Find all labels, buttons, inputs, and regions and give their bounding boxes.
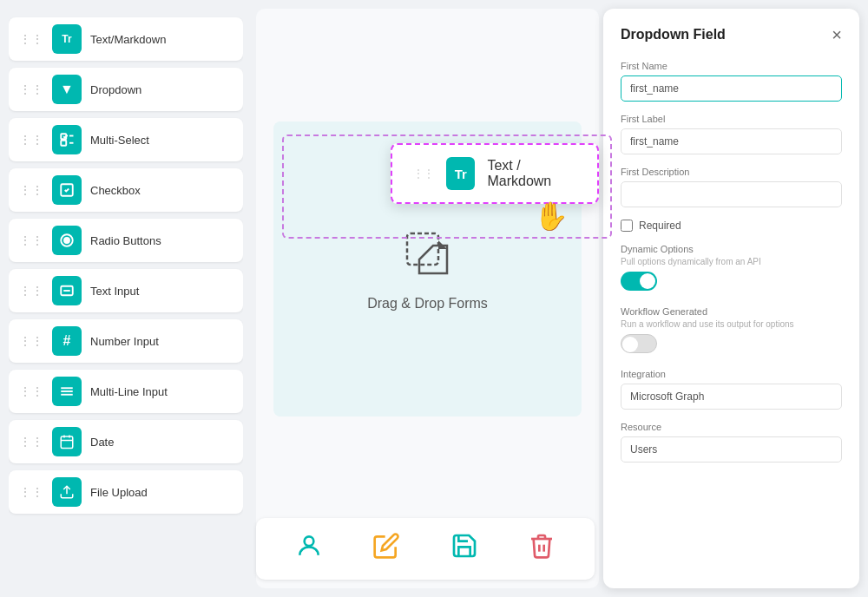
text-input-label: Text Input: [90, 285, 139, 298]
multi-line-icon: [52, 377, 82, 406]
sidebar: ⋮⋮ Tr Text/Markdown ⋮⋮ ▼ Dropdown ⋮⋮ Mul…: [9, 9, 243, 588]
toggle-thumb: [622, 337, 638, 352]
text-markdown-label: Text/Markdown: [90, 33, 166, 46]
resource-field: Resource: [621, 422, 842, 463]
sidebar-item-dropdown[interactable]: ⋮⋮ ▼ Dropdown: [9, 68, 243, 111]
sidebar-item-text-markdown[interactable]: ⋮⋮ Tr Text/Markdown: [9, 17, 243, 61]
dynamic-options-label: Dynamic Options: [621, 244, 842, 254]
drag-handle: ⋮⋮: [19, 334, 43, 348]
workflow-generated-section: Workflow Generated Run a workflow and us…: [621, 306, 842, 357]
drag-handle: ⋮⋮: [19, 183, 43, 197]
required-label: Required: [639, 220, 681, 232]
first-label-input[interactable]: [621, 128, 842, 154]
checkbox-icon: [52, 175, 82, 205]
svg-marker-20: [419, 246, 447, 273]
required-row: Required: [621, 220, 842, 232]
resource-label: Resource: [621, 422, 842, 432]
bottom-toolbar: [256, 518, 595, 580]
integration-label: Integration: [621, 369, 842, 379]
sidebar-item-multi-select[interactable]: ⋮⋮ Multi-Select: [9, 118, 243, 161]
first-label-field: First Label: [621, 114, 842, 154]
drag-handle: ⋮⋮: [19, 284, 43, 298]
drag-handle: ⋮⋮: [19, 32, 43, 46]
radio-icon: [52, 226, 82, 255]
panel-title: Dropdown Field: [621, 27, 726, 43]
drag-handle: ⋮⋮: [19, 435, 43, 449]
resource-input[interactable]: [621, 436, 842, 463]
sidebar-item-date[interactable]: ⋮⋮ Date: [9, 420, 243, 463]
dragging-element: ⋮⋮ Tr Text / Markdown: [391, 143, 599, 204]
close-button[interactable]: ×: [832, 26, 842, 43]
dynamic-options-desc: Pull options dynamically from an API: [621, 257, 842, 266]
first-description-label: First Description: [621, 167, 842, 177]
dynamic-options-section: Dynamic Options Pull options dynamically…: [621, 244, 842, 294]
drag-handle-inner: ⋮⋮: [413, 167, 434, 180]
drag-handle: ⋮⋮: [19, 233, 43, 247]
radio-label: Radio Buttons: [90, 234, 161, 247]
multi-select-label: Multi-Select: [90, 134, 149, 147]
delete-icon-btn[interactable]: [528, 532, 556, 566]
dragging-icon-text: Tr: [455, 167, 467, 181]
svg-point-22: [304, 536, 313, 546]
workflow-generated-label: Workflow Generated: [621, 306, 842, 317]
sidebar-item-text-input[interactable]: ⋮⋮ Text Input: [9, 269, 243, 312]
svg-rect-14: [61, 436, 73, 449]
dragging-icon: Tr: [446, 157, 475, 190]
workflow-generated-desc: Run a workflow and use its output for op…: [621, 319, 842, 329]
edit-icon-btn[interactable]: [372, 532, 400, 566]
drag-handle: ⋮⋮: [19, 485, 43, 499]
first-name-input[interactable]: [621, 75, 842, 102]
sidebar-item-radio[interactable]: ⋮⋮ Radio Buttons: [9, 219, 243, 262]
text-markdown-icon: Tr: [52, 24, 82, 54]
first-label-label: First Label: [621, 114, 842, 124]
right-panel: Dropdown Field × First Name First Label …: [603, 9, 859, 588]
toggle-thumb: [640, 273, 655, 289]
date-icon: [52, 427, 82, 456]
sidebar-item-file-upload[interactable]: ⋮⋮ File Upload: [9, 470, 243, 514]
file-upload-icon: [52, 477, 82, 507]
checkbox-label: Checkbox: [90, 184, 141, 197]
file-upload-label: File Upload: [90, 486, 148, 499]
first-name-field: First Name: [621, 61, 842, 102]
svg-rect-4: [61, 141, 66, 146]
number-input-label: Number Input: [90, 335, 159, 348]
drag-drop-text: Drag & Drop Forms: [367, 296, 488, 312]
svg-point-8: [64, 238, 69, 243]
drag-cursor: ✋: [534, 200, 569, 233]
first-name-label: First Name: [621, 61, 842, 71]
workflow-generated-toggle[interactable]: [621, 334, 657, 353]
sidebar-item-checkbox[interactable]: ⋮⋮ Checkbox: [9, 168, 243, 212]
multi-select-icon: [52, 125, 82, 154]
sidebar-item-number-input[interactable]: ⋮⋮ # Number Input: [9, 319, 243, 363]
dynamic-options-toggle[interactable]: [621, 272, 657, 291]
dropdown-icon: ▼: [52, 75, 82, 104]
first-description-field: First Description: [621, 167, 842, 207]
save-icon-btn[interactable]: [450, 532, 478, 566]
integration-field: Integration: [621, 369, 842, 410]
number-input-icon: #: [52, 326, 82, 356]
date-label: Date: [90, 436, 114, 449]
dropdown-label: Dropdown: [90, 83, 141, 96]
multi-line-label: Multi-Line Input: [90, 385, 168, 398]
text-input-icon: [52, 276, 82, 305]
panel-header: Dropdown Field ×: [621, 26, 842, 43]
sidebar-item-multi-line[interactable]: ⋮⋮ Multi-Line Input: [9, 370, 243, 413]
dragging-label: Text / Markdown: [487, 158, 576, 189]
drag-handle: ⋮⋮: [19, 384, 43, 398]
canvas: ⋮⋮ Tr Text / Markdown ✋ Drag & Drop Form…: [256, 9, 599, 588]
drag-handle: ⋮⋮: [19, 133, 43, 147]
integration-input[interactable]: [621, 384, 842, 410]
first-description-input[interactable]: [621, 181, 842, 207]
required-checkbox[interactable]: [621, 220, 633, 232]
person-icon-btn[interactable]: [295, 532, 323, 566]
drag-handle: ⋮⋮: [19, 82, 43, 96]
